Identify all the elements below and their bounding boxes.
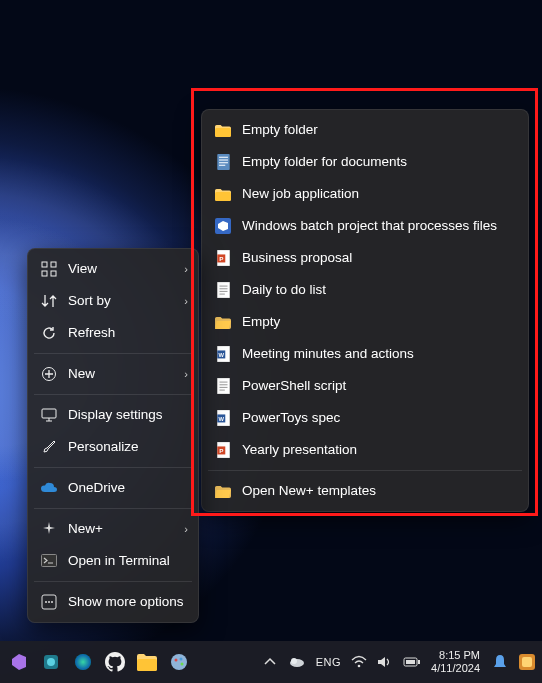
tray-overflow-chevron-icon[interactable] [262, 649, 278, 675]
newplus_menu-item-open-new-templates[interactable]: Open New+ templates [202, 475, 528, 507]
svg-rect-15 [219, 291, 227, 292]
svg-rect-61 [522, 657, 532, 667]
context_menu-item-label: Sort by [68, 291, 111, 311]
context_menu-item-label: Display settings [68, 405, 163, 425]
context_menu-item-personalize[interactable]: Personalize [28, 431, 198, 463]
newplus_menu-item-label: PowerShell script [242, 376, 346, 396]
svg-point-53 [181, 663, 184, 666]
docx-icon: W [214, 345, 232, 363]
svg-rect-16 [219, 294, 224, 295]
tray-date: 4/11/2024 [431, 662, 480, 675]
tray-time: 8:15 PM [431, 649, 480, 662]
svg-rect-3 [219, 159, 228, 160]
svg-point-43 [48, 601, 50, 603]
refresh-icon [40, 324, 58, 342]
context_menu-item-refresh[interactable]: Refresh [28, 317, 198, 349]
newplus_menu-item-empty-folder-for-documents[interactable]: Empty folder for documents [202, 146, 528, 178]
taskbar-system-tray: ENG 8:15 PM 4/11/2024 [262, 649, 536, 675]
folder-open-icon [214, 482, 232, 500]
svg-rect-22 [219, 382, 227, 383]
txt-icon [214, 281, 232, 299]
context_menu-item-display-settings[interactable]: Display settings [28, 399, 198, 431]
newplus_menu-item-business-proposal[interactable]: PBusiness proposal [202, 242, 528, 274]
newplus_menu-item-powertoys-spec[interactable]: WPowerToys spec [202, 402, 528, 434]
context_menu-item-onedrive[interactable]: OneDrive [28, 472, 198, 504]
newplus_menu-item-meeting-minutes-and-actions[interactable]: WMeeting minutes and actions [202, 338, 528, 370]
tray-wifi-icon[interactable] [351, 649, 367, 675]
newplus_menu-item-empty-folder[interactable]: Empty folder [202, 114, 528, 146]
taskbar-apps [6, 649, 192, 675]
tray-battery-icon[interactable] [403, 649, 421, 675]
newplus_menu-item-label: Empty folder for documents [242, 152, 407, 172]
context_menu-separator [34, 353, 192, 354]
tray-language[interactable]: ENG [316, 656, 341, 668]
svg-rect-34 [42, 262, 47, 267]
taskbar-app-copilot[interactable] [38, 649, 64, 675]
tray-clock[interactable]: 8:15 PM 4/11/2024 [431, 649, 482, 675]
svg-rect-39 [42, 409, 56, 418]
taskbar-app-edge[interactable] [70, 649, 96, 675]
tray-volume-icon[interactable] [377, 649, 393, 675]
newplus_menu-item-label: Open New+ templates [242, 481, 376, 501]
svg-rect-5 [219, 165, 225, 166]
terminal-icon [40, 552, 58, 570]
taskbar-app-paint[interactable] [166, 649, 192, 675]
svg-rect-0 [215, 128, 231, 137]
newplus_menu-item-label: Daily to do list [242, 280, 326, 300]
context_menu-item-new[interactable]: New› [28, 358, 198, 390]
svg-rect-12 [217, 282, 229, 298]
context_menu-separator [34, 581, 192, 582]
vsproj-icon [214, 217, 232, 235]
svg-rect-35 [51, 262, 56, 267]
folder-icon [214, 121, 232, 139]
context_menu-item-sort-by[interactable]: Sort by› [28, 285, 198, 317]
svg-point-56 [358, 665, 361, 668]
brush-icon [40, 438, 58, 456]
tray-weather-icon[interactable] [288, 649, 306, 675]
svg-text:W: W [218, 352, 224, 358]
taskbar-app-vs[interactable] [6, 649, 32, 675]
svg-rect-4 [219, 162, 228, 163]
context_menu-item-open-in-terminal[interactable]: Open in Terminal [28, 545, 198, 577]
newplus_menu-item-label: Empty [242, 312, 280, 332]
svg-text:P: P [219, 255, 223, 262]
newplus_menu-item-yearly-presentation[interactable]: PYearly presentation [202, 434, 528, 466]
context_menu-separator [34, 394, 192, 395]
context_menu-item-show-more-options[interactable]: Show more options [28, 586, 198, 618]
docx-icon: W [214, 409, 232, 427]
svg-rect-49 [137, 659, 157, 671]
svg-rect-40 [42, 555, 57, 567]
newplus_menu-item-label: PowerToys spec [242, 408, 340, 428]
taskbar-app-explorer[interactable] [134, 649, 160, 675]
svg-rect-24 [219, 387, 227, 388]
taskbar-app-github[interactable] [102, 649, 128, 675]
newplus_menu-item-new-job-application[interactable]: New job application [202, 178, 528, 210]
newplus_menu-item-empty[interactable]: Empty [202, 306, 528, 338]
context_menu-separator [34, 467, 192, 468]
newplus_menu-item-label: Empty folder [242, 120, 318, 140]
folder-open-icon [214, 313, 232, 331]
more-icon [40, 593, 58, 611]
newplus_menu-item-powershell-script[interactable]: PowerShell script [202, 370, 528, 402]
chevron-right-icon: › [184, 519, 188, 539]
context_menu-item-view[interactable]: View› [28, 253, 198, 285]
newplus_menu-item-daily-to-do-list[interactable]: Daily to do list [202, 274, 528, 306]
tray-app-icon[interactable] [518, 649, 536, 675]
svg-rect-36 [42, 271, 47, 276]
context_menu-separator [34, 508, 192, 509]
newplus_menu-item-label: Business proposal [242, 248, 352, 268]
svg-point-48 [75, 654, 91, 670]
chevron-right-icon: › [184, 259, 188, 279]
svg-point-52 [180, 658, 183, 661]
tray-notifications-icon[interactable] [492, 649, 508, 675]
context_menu-item-label: View [68, 259, 97, 279]
plus-icon [40, 365, 58, 383]
svg-rect-21 [217, 378, 229, 394]
svg-rect-6 [215, 192, 231, 201]
context_menu-item-label: Personalize [68, 437, 139, 457]
newplus_menu-item-windows-batch-project-that-processes-files[interactable]: Windows batch project that processes fil… [202, 210, 528, 242]
folder-icon [214, 185, 232, 203]
svg-rect-37 [51, 271, 56, 276]
svg-rect-58 [406, 660, 415, 664]
context_menu-item-new[interactable]: New+› [28, 513, 198, 545]
